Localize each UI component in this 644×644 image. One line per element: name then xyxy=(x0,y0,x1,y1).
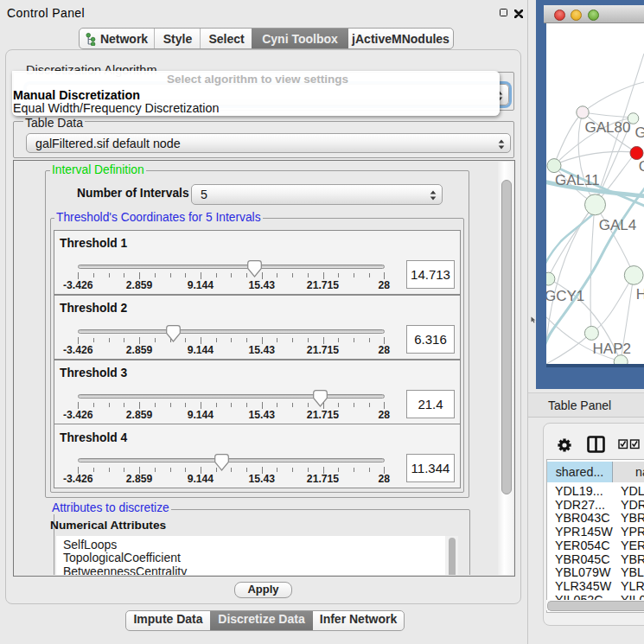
svg-text:GCY1: GCY1 xyxy=(546,288,584,304)
svg-text:GAL11: GAL11 xyxy=(555,172,600,188)
svg-text:C: C xyxy=(639,158,644,175)
svg-text:GA: GA xyxy=(635,124,644,141)
svg-text:HAP2: HAP2 xyxy=(593,341,631,357)
svg-text:GAL80: GAL80 xyxy=(585,119,631,136)
svg-text:H: H xyxy=(636,286,644,303)
svg-text:GAL4: GAL4 xyxy=(599,217,636,233)
